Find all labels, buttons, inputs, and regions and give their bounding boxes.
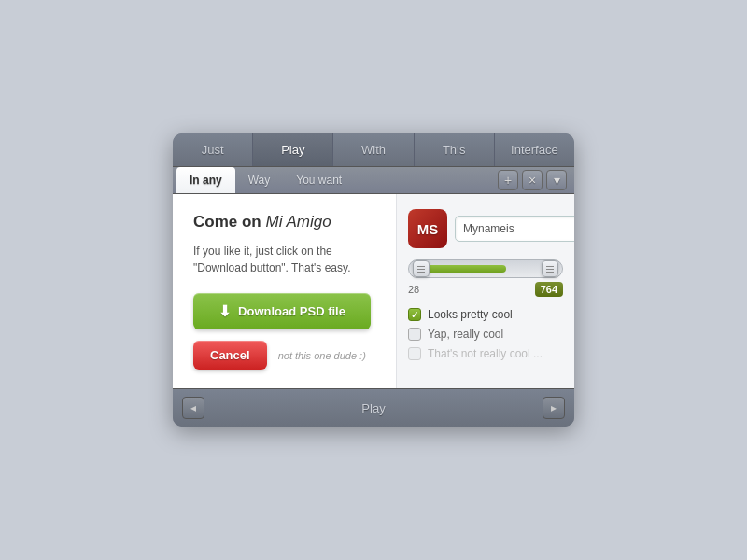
headline: Come on Mi Amigo xyxy=(193,213,377,231)
bottom-label: Play xyxy=(204,401,543,415)
thumb-line xyxy=(546,272,554,273)
headline-italic: Mi Amigo xyxy=(265,213,331,231)
sec-tab-you-want[interactable]: You want xyxy=(283,167,355,193)
thumb-lines-left xyxy=(417,266,425,273)
thumb-line xyxy=(417,266,425,267)
slider-max-label: 764 xyxy=(535,282,563,297)
main-content: Come on Mi Amigo If you like it, just cl… xyxy=(173,194,574,388)
close-tab-button[interactable]: × xyxy=(522,170,543,190)
checkbox-label-1: Looks pretty cool xyxy=(428,308,513,321)
checkbox-box-1[interactable]: ✓ xyxy=(408,308,421,321)
bottom-row: Cancel not this one dude :) xyxy=(193,341,377,370)
thumb-line xyxy=(546,266,554,267)
thumb-line xyxy=(417,272,425,273)
tab-with[interactable]: With xyxy=(333,133,414,166)
right-panel: MS OK xyxy=(397,194,574,388)
checkbox-item-3: That's not really cool ... xyxy=(408,347,563,360)
tab-interface[interactable]: Interface xyxy=(495,133,574,166)
checkbox-label-3: That's not really cool ... xyxy=(428,347,543,360)
add-tab-button[interactable]: + xyxy=(498,170,518,190)
thumb-line xyxy=(546,269,554,270)
check-mark-1: ✓ xyxy=(411,310,418,320)
slider-thumb-right[interactable] xyxy=(542,260,558,277)
checkbox-box-2[interactable] xyxy=(408,328,421,341)
slider-track[interactable] xyxy=(408,259,563,278)
widget: Just Play With This Interface In any Way… xyxy=(173,133,574,427)
bottom-bar: ◂ Play ▸ xyxy=(173,388,574,427)
download-button[interactable]: ⬇ Download PSD file xyxy=(193,293,371,329)
checkbox-list: ✓ Looks pretty cool Yap, really cool Tha… xyxy=(408,308,563,360)
top-tab-bar: Just Play With This Interface xyxy=(173,133,574,167)
left-panel: Come on Mi Amigo If you like it, just cl… xyxy=(173,194,397,388)
checkbox-item-1[interactable]: ✓ Looks pretty cool xyxy=(408,308,563,321)
more-tab-button[interactable]: ▾ xyxy=(546,170,567,190)
thumb-line xyxy=(417,269,425,270)
avatar: MS xyxy=(408,209,447,248)
download-icon: ⬇ xyxy=(218,302,231,320)
checkbox-item-2[interactable]: Yap, really cool xyxy=(408,328,563,341)
slider-labels: 28 764 xyxy=(408,282,563,297)
sec-tab-in-any[interactable]: In any xyxy=(176,167,235,193)
checkbox-box-3 xyxy=(408,347,421,360)
slider-thumb-left[interactable] xyxy=(413,260,430,277)
cancel-button[interactable]: Cancel xyxy=(193,341,267,370)
name-input[interactable] xyxy=(455,216,574,242)
description: If you like it, just click on the"Downlo… xyxy=(193,243,377,276)
slider-container: 28 764 xyxy=(408,259,563,297)
prev-button[interactable]: ◂ xyxy=(182,397,204,419)
secondary-tab-bar: In any Way You want + × ▾ xyxy=(173,167,574,194)
avatar-row: MS OK xyxy=(408,209,563,248)
thumb-lines-right xyxy=(546,266,554,273)
tab-just[interactable]: Just xyxy=(173,133,253,166)
download-label: Download PSD file xyxy=(238,304,345,318)
tab-play[interactable]: Play xyxy=(253,133,333,166)
tab-this[interactable]: This xyxy=(415,133,495,166)
headline-bold: Come on xyxy=(193,213,261,231)
sec-tab-actions: + × ▾ xyxy=(498,170,571,190)
slider-min-label: 28 xyxy=(408,284,419,295)
sec-tab-way[interactable]: Way xyxy=(235,167,284,193)
next-button[interactable]: ▸ xyxy=(543,397,565,419)
checkbox-label-2: Yap, really cool xyxy=(428,328,503,341)
hint-text: not this one dude :) xyxy=(278,350,366,361)
